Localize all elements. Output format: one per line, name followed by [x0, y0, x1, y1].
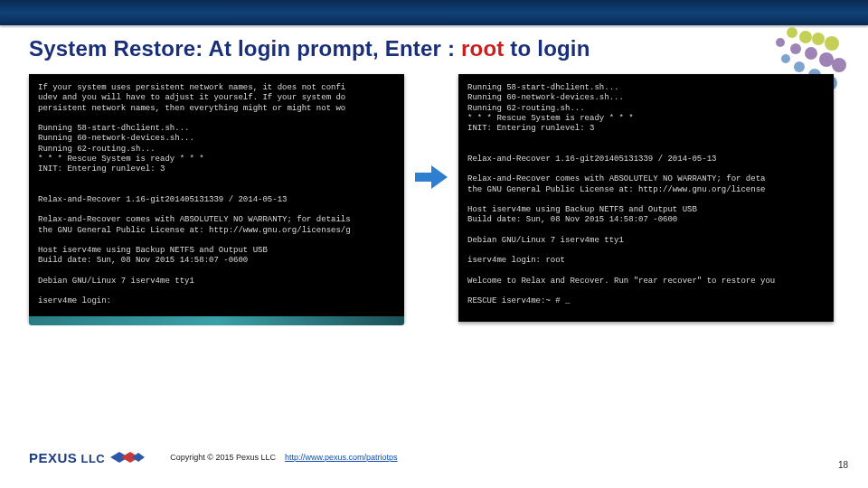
- copyright-text: Copyright © 2015 Pexus LLC: [170, 453, 276, 462]
- logo-text-suffix: LLC: [77, 452, 105, 465]
- page-number: 18: [838, 460, 848, 470]
- deco-dot: [794, 61, 805, 72]
- arrow-wrap: [404, 114, 458, 240]
- terminal-screenshot-left: If your system uses persistent network n…: [29, 74, 404, 322]
- title-part-before: System Restore: At login prompt, Enter :: [29, 36, 461, 61]
- arrow-right-icon: [415, 165, 448, 189]
- footer: PEXUS LLC Copyright © 2015 Pexus LLC htt…: [0, 445, 868, 470]
- footer-link[interactable]: http://www.pexus.com/patriotps: [285, 453, 398, 462]
- title-row: System Restore: At login prompt, Enter :…: [29, 36, 841, 61]
- logo-text-main: PEXUS: [29, 450, 77, 465]
- screenshot-left-wrap: If your system uses persistent network n…: [29, 74, 404, 322]
- terminal-screenshot-right: Running 58-start-dhclient.sh... Running …: [458, 74, 834, 322]
- title-accent: root: [461, 36, 504, 61]
- slide: System Restore: At login prompt, Enter :…: [0, 0, 868, 488]
- logo-diamond-icon: [110, 449, 145, 465]
- content-area: If your system uses persistent network n…: [29, 74, 841, 407]
- title-part-after: to login: [504, 36, 590, 61]
- brand-logo: PEXUS LLC: [29, 449, 145, 465]
- header-bar: [0, 0, 868, 25]
- screenshot-right-wrap: Running 58-start-dhclient.sh... Running …: [458, 74, 834, 322]
- slide-title: System Restore: At login prompt, Enter :…: [29, 36, 590, 61]
- logo-text: PEXUS LLC: [29, 450, 105, 465]
